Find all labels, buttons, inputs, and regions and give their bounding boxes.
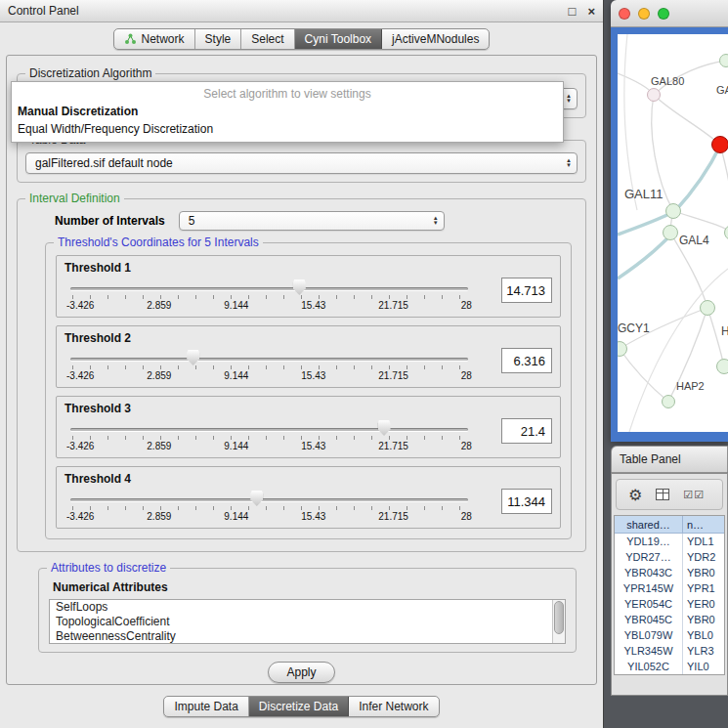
thresholds-group: Threshold's Coordinates for 5 Intervals … [45,242,572,539]
threshold-3-panel: Threshold 3 -3.4262.8599.14415.4321.7152… [56,396,561,458]
list-item-betweennesscentrality[interactable]: BetweennessCentrality [50,629,565,644]
tab-select[interactable]: Select [241,29,294,49]
checkbox-icons[interactable]: ☑☑ [683,489,705,501]
column-header-shared-name[interactable]: shared… [615,516,683,533]
tab-network[interactable]: Network [114,29,195,49]
threshold-4-value-input[interactable] [501,489,552,514]
table-header-row: shared… n… [615,516,724,534]
traffic-light-zoom-icon[interactable] [658,8,669,20]
tab-infer-network[interactable]: Infer Network [349,697,438,716]
control-panel-titlebar: Control Panel □ × [0,0,603,22]
network-canvas[interactable]: GAL80 GA GAL11 GAL4 GCY1 H HAP2 [618,34,728,432]
popup-option-equal-width-frequency[interactable]: Equal Width/Frequency Discretization [12,120,563,138]
data-table: shared… n… YDL19…YDL1 YDR27…YDR2 YBR043C… [614,515,725,675]
slider-scale: -3.4262.8599.14415.4321.71528 [66,370,472,381]
slider-scale: -3.4262.8599.14415.4321.71528 [66,300,472,311]
attributes-group-label: Attributes to discretize [47,561,170,575]
slider-thumb[interactable] [293,279,306,295]
threshold-4-slider[interactable]: -3.4262.8599.14415.4321.71528 [70,490,468,525]
slider-thumb[interactable] [187,350,199,365]
threshold-2-slider[interactable]: -3.4262.8599.14415.4321.71528 [70,349,468,384]
desktop: Control Panel □ × Network Style Select [0,0,728,728]
threshold-3-slider[interactable]: -3.4262.8599.14415.4321.71528 [70,419,468,454]
number-of-intervals-value: 5 [189,214,195,228]
threshold-1-label: Threshold 1 [64,261,552,275]
node-label-gcy1: GCY1 [618,321,650,335]
thresholds-group-label: Threshold's Coordinates for 5 Intervals [54,236,263,249]
threshold-1-value-input[interactable] [501,278,552,303]
table-row[interactable]: YLR345WYLR3 [615,643,724,659]
threshold-1-slider[interactable]: -3.4262.8599.14415.4321.71528 [70,278,468,314]
slider-scale: -3.4262.8599.14415.4321.71528 [66,441,472,451]
close-icon[interactable]: × [587,4,595,19]
scrollbar-thumb[interactable] [554,601,564,634]
traffic-light-minimize-icon[interactable] [638,8,650,20]
slider-ticks [72,365,466,369]
table-panel-titlebar[interactable]: Table Panel [611,446,728,473]
popup-option-manual-discretization[interactable]: Manual Discretization [12,103,563,120]
table-data-selected-value: galFiltered.sif default node [35,156,173,170]
network-node-gal11[interactable] [665,203,681,219]
node-label-gal4: GAL4 [679,234,709,247]
network-node[interactable] [716,359,728,374]
slider-track [70,498,468,501]
slider-scale: -3.4262.8599.14415.4321.71528 [66,511,472,522]
float-window-icon[interactable]: □ [569,4,577,19]
network-node-highlighted[interactable] [711,136,728,153]
table-row[interactable]: YDR27…YDR2 [615,549,724,565]
network-node-gal80[interactable] [647,88,661,102]
gear-icon[interactable]: ⚙ [628,486,642,504]
table-columns-icon[interactable] [656,489,669,500]
table-row[interactable]: YBR045CYBR0 [615,612,724,627]
popup-placeholder: Select algorithm to view settings [12,82,563,103]
number-of-intervals-select[interactable]: 5 ▲▼ [179,211,445,231]
control-panel-body: Discretization Algorithm ▲▼ Select algor… [6,55,597,685]
network-view-frame: GAL80 GA GAL11 GAL4 GCY1 H HAP2 [611,27,728,442]
threshold-2-value-input[interactable] [501,348,552,373]
stepper-icon: ▲▼ [427,216,439,226]
tab-jactivemnodules[interactable]: jActiveMNodules [382,29,489,49]
table-row[interactable]: YIL052CYIL0 [615,659,724,674]
interval-definition-label: Interval Definition [25,192,124,205]
numerical-attributes-label: Numerical Attributes [53,580,566,594]
network-titlebar [611,0,728,27]
threshold-3-value-input[interactable] [501,418,552,444]
threshold-4-panel: Threshold 4 -3.4262.8599.14415.4321.7152… [56,466,561,529]
tab-discretize-data[interactable]: Discretize Data [249,697,349,716]
threshold-2-label: Threshold 2 [64,331,552,345]
tab-impute-data[interactable]: Impute Data [164,697,248,716]
number-of-intervals-label: Number of Intervals [55,214,165,228]
slider-ticks [72,506,466,510]
tab-cyni-toolbox[interactable]: Cyni Toolbox [295,29,382,49]
table-data-select[interactable]: galFiltered.sif default node ▲▼ [25,152,578,174]
network-node[interactable] [700,300,715,316]
discretization-algorithm-label: Discretization Algorithm [25,66,155,80]
node-label-partial: GA [716,84,728,96]
list-item-topologicalcoefficient[interactable]: TopologicalCoefficient [50,615,565,629]
slider-thumb[interactable] [378,420,391,436]
network-node-hap2[interactable] [662,395,675,408]
threshold-3-label: Threshold 3 [64,402,552,415]
slider-ticks [72,295,466,299]
node-label-hap2: HAP2 [676,380,705,392]
table-row[interactable]: YPR145WYPR1 [615,580,724,596]
slider-track [70,287,468,290]
column-header-name[interactable]: n… [683,516,724,533]
tab-style[interactable]: Style [195,29,242,49]
table-row[interactable]: YER054CYER0 [615,596,724,612]
network-node-gal4[interactable] [663,225,678,240]
table-row[interactable]: YBR043CYBR0 [615,565,724,580]
traffic-light-close-icon[interactable] [619,8,630,20]
table-row[interactable]: YBL079WYBL0 [615,627,724,643]
slider-thumb[interactable] [250,491,263,506]
table-row[interactable]: YDL19…YDL1 [615,534,724,549]
attributes-scrollbar[interactable] [552,600,565,643]
apply-button[interactable]: Apply [268,662,334,683]
slider-track [70,358,468,361]
network-node[interactable] [719,54,728,67]
threshold-1-panel: Threshold 1 -3.4262.8599.14415.4321.7152… [56,255,561,318]
attributes-list: SelfLoops TopologicalCoefficient Between… [49,599,566,644]
table-data-group: Table Data galFiltered.sif default node … [17,140,586,183]
list-item-selfloops[interactable]: SelfLoops [50,600,565,615]
node-label-gal11: GAL11 [624,187,664,201]
